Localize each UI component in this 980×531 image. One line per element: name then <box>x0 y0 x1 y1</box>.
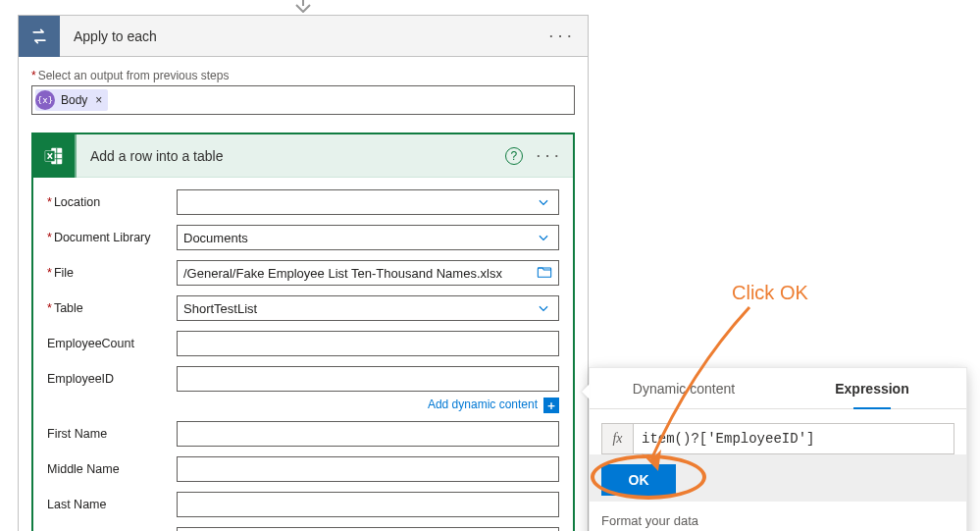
more-icon[interactable]: · · · <box>537 148 559 163</box>
output-from-label: *Select an output from previous steps <box>31 69 575 82</box>
form-row-employeeid: EmployeeID <box>47 366 559 392</box>
chevron-down-icon[interactable] <box>535 229 552 246</box>
form-row-file: *File/General/Fake Employee List Ten-Tho… <box>47 260 559 286</box>
folder-picker-icon[interactable] <box>537 265 552 282</box>
form-row-document-library: *Document LibraryDocuments <box>47 225 559 250</box>
form-row-employeecount: EmployeeCount <box>47 331 559 356</box>
tab-dynamic-content[interactable]: Dynamic content <box>590 368 778 408</box>
fx-badge-icon: fx <box>601 423 633 454</box>
form-row-table: *TableShortTestList <box>47 295 559 321</box>
annotation-click-ok: Click OK <box>732 282 808 304</box>
table-field[interactable]: ShortTestList <box>177 295 559 321</box>
apply-to-each-body: *Select an output from previous steps {x… <box>19 57 588 531</box>
field-label: EmployeeID <box>47 372 177 386</box>
field-label: *Location <box>47 195 177 209</box>
body-token[interactable]: {x} Body × <box>35 89 108 111</box>
popover-caret-icon <box>582 384 590 399</box>
first-name-field[interactable] <box>177 421 559 447</box>
file-field[interactable]: /General/Fake Employee List Ten-Thousand… <box>177 260 559 286</box>
form-row-first-last-name: First Last Name <box>47 527 559 531</box>
apply-to-each-header[interactable]: Apply to each · · · <box>19 16 588 57</box>
add-row-into-table-card: Add a row into a table ? · · · *Location… <box>31 133 575 531</box>
field-label: *Document Library <box>47 231 177 244</box>
excel-icon <box>33 134 77 178</box>
apply-to-each-title: Apply to each <box>74 28 157 44</box>
employeecount-field[interactable] <box>177 331 559 356</box>
popover-tabs: Dynamic content Expression <box>590 368 966 409</box>
field-label: Middle Name <box>47 462 177 476</box>
expression-row: fx item()?['EmployeeID'] <box>601 423 954 454</box>
add-row-into-table-body: *Location*Document LibraryDocuments*File… <box>33 178 573 531</box>
field-label: First Name <box>47 427 177 441</box>
chevron-down-icon[interactable] <box>535 193 552 211</box>
form-row-first-name: First Name <box>47 421 559 447</box>
remove-token-icon[interactable]: × <box>95 93 102 107</box>
output-from-field[interactable]: {x} Body × <box>31 85 575 115</box>
add-row-into-table-title: Add a row into a table <box>90 148 223 164</box>
tab-expression[interactable]: Expression <box>778 368 966 408</box>
expression-input[interactable]: item()?['EmployeeID'] <box>633 423 954 454</box>
add-dynamic-content-link[interactable]: Add dynamic content <box>428 398 538 413</box>
form-row-middle-name: Middle Name <box>47 456 559 482</box>
first-last-name-field[interactable] <box>177 527 559 531</box>
apply-to-each-icon <box>19 16 60 57</box>
add-dynamic-content-plus-icon[interactable]: ＋ <box>543 398 559 413</box>
middle-name-field[interactable] <box>177 456 559 482</box>
ok-button[interactable]: OK <box>601 464 676 496</box>
dynamic-content-icon: {x} <box>35 90 55 110</box>
add-dynamic-content-row: Add dynamic content＋ <box>47 398 559 413</box>
form-row-location: *Location <box>47 189 559 215</box>
apply-to-each-card: Apply to each · · · *Select an output fr… <box>18 15 589 531</box>
last-name-field[interactable] <box>177 492 559 517</box>
flow-connector-arrow <box>291 0 315 13</box>
field-label: EmployeeCount <box>47 337 177 350</box>
field-label: Last Name <box>47 498 177 511</box>
expression-popover: Dynamic content Expression fx item()?['E… <box>589 367 967 531</box>
field-label: *Table <box>47 301 177 315</box>
format-your-data-label: Format your data <box>601 513 954 528</box>
help-icon[interactable]: ? <box>505 147 523 165</box>
employeeid-field[interactable] <box>177 366 559 392</box>
document-library-field[interactable]: Documents <box>177 225 559 250</box>
form-row-last-name: Last Name <box>47 492 559 517</box>
svg-rect-5 <box>538 268 550 277</box>
more-icon[interactable]: · · · <box>549 28 572 43</box>
location-field[interactable] <box>177 189 559 215</box>
field-label: *File <box>47 266 177 280</box>
add-row-into-table-header[interactable]: Add a row into a table ? · · · <box>33 134 573 178</box>
chevron-down-icon[interactable] <box>535 299 552 317</box>
